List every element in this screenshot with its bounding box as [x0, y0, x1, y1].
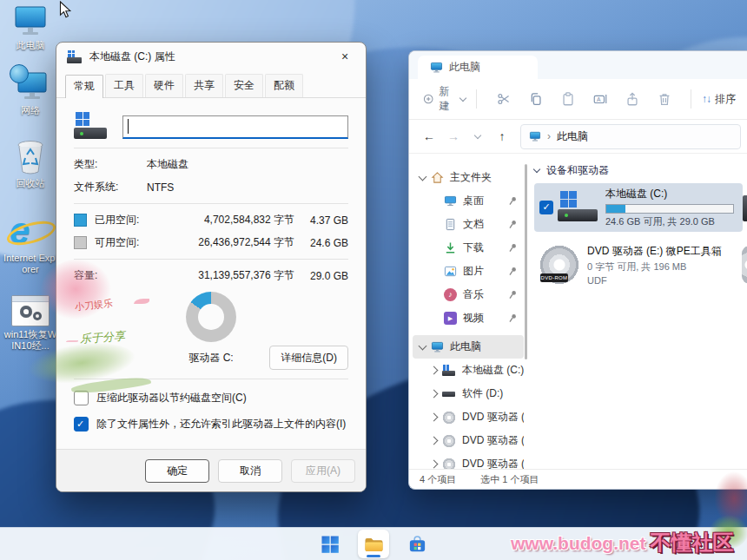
desktop-icon-this-pc[interactable]: 此电脑	[3, 5, 57, 51]
explorer-content: 设备和驱动器 ✓ 本地磁盘 (C:) 24.6 GB 可用, 共 29.0 GB	[527, 154, 747, 469]
free-space-size: 24.6 GB	[298, 237, 348, 249]
explorer-status-bar: 4 个项目 选中 1 个项目	[409, 469, 747, 489]
tab-sharing[interactable]: 共享	[185, 74, 223, 97]
sidebar-item-label: 此电脑	[450, 339, 481, 354]
cut-button[interactable]	[487, 85, 519, 113]
start-button[interactable]	[314, 530, 346, 558]
forward-button[interactable]: →	[442, 125, 465, 148]
compress-checkbox-label: 压缩此驱动器以节约磁盘空间(C)	[96, 391, 247, 405]
sidebar-item-documents[interactable]: 文档	[413, 213, 524, 236]
ok-button[interactable]: 确定	[145, 459, 209, 483]
desktop-icon-network[interactable]: 网络	[3, 68, 57, 116]
volume-label-input[interactable]	[122, 115, 348, 139]
tab-hardware[interactable]: 硬件	[145, 74, 183, 97]
sidebar-item-label: 音乐	[463, 287, 484, 302]
disk-properties-dialog: 本地磁盘 (C:) 属性 × 常规 工具 硬件 共享 安全 配额 类型: 本地磁…	[56, 42, 367, 492]
home-icon	[431, 171, 444, 184]
folder-icon	[363, 534, 385, 555]
desktop-icon-label: 回收站	[17, 178, 45, 189]
paste-icon	[560, 91, 576, 107]
breadcrumb-location: 此电脑	[557, 129, 588, 144]
share-button[interactable]	[616, 85, 648, 113]
details-button[interactable]: 详细信息(D)	[269, 346, 348, 370]
pin-icon[interactable]	[508, 243, 518, 253]
cancel-button[interactable]: 取消	[218, 459, 282, 483]
taskbar-microsoft-store[interactable]	[401, 530, 433, 558]
recent-locations-button[interactable]	[466, 125, 489, 148]
pin-icon[interactable]	[508, 267, 518, 276]
new-button[interactable]: 新建	[423, 84, 466, 114]
compress-checkbox[interactable]	[74, 391, 89, 405]
tab-general[interactable]: 常规	[65, 75, 103, 98]
document-icon	[444, 218, 457, 231]
sidebar-item-this-pc[interactable]: 此电脑	[413, 335, 524, 359]
free-space-swatch	[74, 236, 87, 249]
sidebar-item-label: 软件 (D:)	[462, 386, 503, 401]
sidebar-item-label: 文档	[463, 217, 484, 232]
breadcrumb[interactable]: › 此电脑	[520, 124, 741, 149]
pin-icon[interactable]	[508, 313, 518, 323]
text-caret	[128, 119, 129, 134]
pin-icon[interactable]	[508, 220, 518, 229]
windows-start-icon	[320, 534, 340, 555]
plus-circle-icon	[423, 92, 433, 106]
chevron-down-icon	[459, 94, 466, 101]
tab-security[interactable]: 安全	[225, 74, 263, 97]
divider	[74, 259, 348, 260]
sidebar-item-videos[interactable]: ▶ 视频	[413, 306, 524, 330]
group-header-devices-drives[interactable]: 设备和驱动器	[534, 162, 747, 178]
divider	[74, 203, 348, 204]
sidebar-item-home[interactable]: 主文件夹	[413, 166, 524, 189]
recycle-bin-icon	[13, 139, 48, 175]
dvd-icon	[442, 411, 456, 425]
pin-icon[interactable]	[508, 290, 518, 300]
index-checkbox-row[interactable]: 除了文件属性外，还允许索引此驱动器上文件的内容(I)	[74, 417, 348, 432]
sidebar-item-disk-d[interactable]: 软件 (D:)	[413, 382, 524, 405]
index-checkbox[interactable]	[74, 417, 89, 432]
chevron-right-icon	[430, 437, 439, 445]
taskbar-file-explorer[interactable]	[358, 530, 389, 558]
drive-icon	[442, 388, 456, 400]
item-checkbox[interactable]: ✓	[539, 201, 553, 214]
sidebar-item-dvd-clipped[interactable]: DVD 驱动器 (F:)	[413, 452, 524, 469]
sidebar-item-local-disk-c[interactable]: 本地磁盘 (C:)	[413, 359, 524, 382]
desktop-icon-win11-restore[interactable]: win11恢复WIN10经...	[3, 295, 57, 352]
sidebar-item-dvd-f[interactable]: DVD 驱动器 (F:)	[413, 429, 524, 452]
pin-icon[interactable]	[508, 196, 518, 206]
copy-button[interactable]	[519, 85, 552, 113]
sidebar-item-pictures[interactable]: 图片	[413, 260, 524, 283]
used-space-swatch	[74, 214, 87, 227]
desktop-icon-internet-explorer[interactable]: e Internet Explorer	[3, 214, 57, 275]
drive-info: 0 字节 可用, 共 196 MB	[587, 260, 737, 273]
disk-usage-donut-chart	[186, 292, 236, 342]
explorer-toolbar: 新建 A	[409, 79, 747, 120]
sort-button[interactable]: ↑↓ 排序	[702, 92, 736, 107]
rename-button[interactable]: A	[584, 85, 616, 113]
explorer-sidebar: 主文件夹 桌面 文档	[409, 154, 527, 469]
drive-item-dvd-e[interactable]: DVD-ROM DVD 驱动器 (E:) 微PE工具箱 0 字节 可用, 共 1…	[534, 240, 743, 289]
delete-button[interactable]	[648, 85, 680, 113]
explorer-tab-this-pc[interactable]: 此电脑	[418, 56, 538, 79]
desktop-icon-recycle-bin[interactable]: 回收站	[3, 139, 57, 189]
compress-checkbox-row[interactable]: 压缩此驱动器以节约磁盘空间(C)	[74, 391, 348, 405]
sidebar-item-label: 主文件夹	[450, 170, 492, 185]
paste-button[interactable]	[552, 85, 584, 113]
up-button[interactable]: ↑	[491, 125, 513, 148]
back-button[interactable]: ←	[418, 125, 440, 148]
tab-tools[interactable]: 工具	[105, 74, 143, 97]
close-icon[interactable]: ×	[329, 46, 360, 67]
sidebar-item-music[interactable]: ♪ 音乐	[413, 283, 524, 306]
tab-quota[interactable]: 配额	[265, 74, 303, 97]
sidebar-item-desktop[interactable]: 桌面	[413, 189, 524, 213]
breadcrumb-separator: ›	[547, 130, 551, 142]
globe-icon	[10, 64, 29, 83]
monitor-icon	[12, 5, 49, 37]
store-icon	[407, 534, 427, 554]
capacity-bytes: 31,139,557,376 字节	[147, 268, 298, 283]
desktop-icon-label: 此电脑	[17, 40, 45, 51]
sidebar-item-dvd-e[interactable]: DVD 驱动器 (E:)	[413, 405, 524, 429]
sidebar-item-downloads[interactable]: 下载	[413, 236, 524, 260]
chevron-down-icon	[533, 165, 540, 172]
drive-item-local-disk-c[interactable]: ✓ 本地磁盘 (C:) 24.6 GB 可用, 共 29.0 GB	[534, 183, 743, 232]
apply-button[interactable]: 应用(A)	[291, 459, 355, 483]
